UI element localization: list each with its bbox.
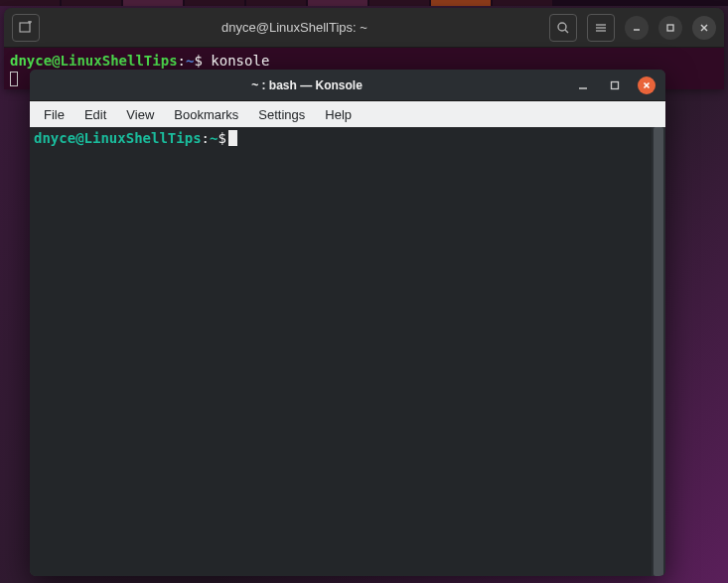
konsole-body: dnyce@LinuxShellTips:~$ — [30, 127, 665, 576]
prompt-user-host: dnyce@LinuxShellTips — [34, 130, 202, 146]
maximize-button[interactable] — [606, 76, 624, 94]
prompt-separator: : — [178, 53, 186, 69]
gnome-window-title: dnyce@LinuxShellTips: ~ — [40, 20, 549, 35]
prompt-separator: : — [202, 130, 210, 146]
maximize-button[interactable] — [658, 16, 682, 40]
prompt-symbol: $ — [218, 130, 225, 146]
close-button[interactable] — [638, 76, 655, 94]
gnome-titlebar[interactable]: dnyce@LinuxShellTips: ~ — [4, 8, 724, 48]
taskbar-app[interactable] — [123, 0, 183, 6]
scrollbar-thumb[interactable] — [654, 127, 663, 576]
prompt-user-host: dnyce@LinuxShellTips — [10, 53, 178, 69]
minimize-button[interactable] — [625, 16, 649, 40]
search-button[interactable] — [549, 14, 577, 42]
taskbar-app[interactable] — [0, 0, 60, 6]
terminal-line: dnyce@LinuxShellTips:~$ konsole — [10, 52, 718, 70]
menu-file[interactable]: File — [34, 104, 74, 125]
svg-line-4 — [565, 30, 568, 33]
menu-button[interactable] — [587, 14, 615, 42]
menu-view[interactable]: View — [116, 104, 164, 125]
svg-rect-13 — [612, 81, 619, 88]
menu-help[interactable]: Help — [315, 104, 362, 125]
cursor-icon — [10, 72, 18, 86]
menu-settings[interactable]: Settings — [248, 104, 315, 125]
svg-rect-0 — [20, 23, 30, 32]
desktop-taskbar — [0, 0, 728, 6]
taskbar-app[interactable] — [308, 0, 367, 6]
terminal-line: dnyce@LinuxShellTips:~$ — [34, 129, 648, 148]
konsole-window: ~ : bash — Konsole File Edit View Bookma… — [30, 70, 665, 576]
menu-bookmarks[interactable]: Bookmarks — [164, 104, 248, 125]
taskbar-app[interactable] — [431, 0, 491, 6]
prompt-symbol: $ — [194, 53, 202, 69]
command-text: konsole — [211, 53, 269, 69]
menu-edit[interactable]: Edit — [74, 104, 116, 125]
taskbar-app[interactable] — [62, 0, 121, 6]
taskbar-app[interactable] — [185, 0, 244, 6]
new-tab-button[interactable] — [12, 14, 40, 42]
cursor-icon — [228, 130, 237, 146]
minimize-button[interactable] — [574, 76, 592, 94]
svg-point-3 — [558, 23, 566, 31]
svg-rect-9 — [667, 25, 673, 31]
scrollbar[interactable] — [652, 127, 665, 576]
taskbar-app[interactable] — [493, 0, 552, 6]
konsole-window-title: ~ : bash — Konsole — [40, 78, 574, 92]
close-button[interactable] — [692, 16, 716, 40]
konsole-terminal-area[interactable]: dnyce@LinuxShellTips:~$ — [30, 127, 652, 576]
taskbar-app[interactable] — [246, 0, 306, 6]
konsole-menubar: File Edit View Bookmarks Settings Help — [30, 101, 665, 127]
konsole-titlebar[interactable]: ~ : bash — Konsole — [30, 70, 665, 101]
taskbar-app[interactable] — [369, 0, 429, 6]
